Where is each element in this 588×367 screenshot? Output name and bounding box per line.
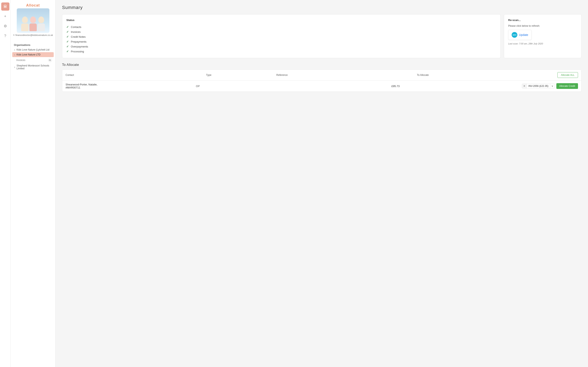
page-title: Summary [62,5,581,10]
status-label-overpayments: Overpayments [71,45,88,48]
contact-name: Shearwood-Porter, Natalie,#MAR00711 [66,83,97,89]
xero-logo: xero [512,32,517,38]
nav-section-title: Organisations [11,43,55,47]
last-scan-text: Last scan: 7:00 am, 28th July 2020 [508,42,577,45]
nav-panel: Allocat ∧ financedirector@kidslovenature… [11,0,56,367]
col-header-contact: Contact [66,74,206,76]
summary-cards: Status ✓ Contacts ✓ Invoices ✓ Credit No… [62,14,581,58]
cell-to-allocate-amount: £95.73 [391,85,522,88]
status-label-prepayments: Prepayments [71,40,86,43]
chevron-down-icon: ∨ [14,54,15,56]
invoice-tag-chevron[interactable]: ∨ [550,84,554,88]
main-content: Summary Status ✓ Contacts ✓ Invoices ✓ C… [56,0,588,367]
update-button[interactable]: xero Update [508,30,532,40]
cell-actions: ✕ INV-2056 (£22.35) ∨ Allocate Credit [522,83,578,89]
sidebar-item-label: Kids Love Nature (Lytchett Ltd [17,48,49,51]
col-header-to-allocate: To Allocate [417,74,557,76]
mascot-image [17,8,49,33]
status-item-invoices: ✓ Invoices [66,29,496,34]
sidebar-item-kids-love-nature[interactable]: ∨ Kids Love Nature LTD [12,52,54,57]
xero-logo-text: xero [512,34,516,36]
allocate-section-title: To Allocate [62,63,581,67]
status-item-processing: ✓ Processing [66,49,496,54]
user-email: ∧ financedirector@kidslovenature.co.uk [14,33,52,38]
check-icon-prepayments: ✓ [66,40,69,43]
char-head-2 [30,17,36,23]
mascot-char-3 [38,17,45,31]
table-header: Contact Type Reference To Allocate Alloc… [62,70,581,81]
type-value: OP [196,85,200,88]
sidebar-invoices-label: Invoices [16,59,25,62]
mascot-char-1 [21,17,29,31]
sidebar-item-invoices[interactable]: Invoices 01 [11,57,55,63]
char-body-1 [21,24,29,31]
mascot-char-2 [29,17,37,31]
invoices-badge: 01 [48,58,52,62]
invoice-tag-remove[interactable]: ✕ [522,84,527,88]
sidebar-item-label: Kids Love Nature LTD [17,53,40,56]
app-logo: Allocat [14,3,52,8]
status-label-credit-notes: Credit Notes [71,35,86,38]
plus-icon-item[interactable]: + [1,12,9,20]
check-icon-invoices: ✓ [66,30,69,33]
sidebar-item-lytchett[interactable]: ∧ Kids Love Nature (Lytchett Ltd [11,47,55,52]
status-label-contacts: Contacts [71,25,81,29]
help-icon: ? [4,34,6,38]
plus-icon: + [4,14,6,18]
cell-type: OP [196,85,261,88]
status-item-credit-notes: ✓ Credit Notes [66,34,496,39]
chevron-up-icon: ∧ [13,34,15,36]
allocate-credit-label: Allocate Credit [559,85,575,87]
rescan-card: Re-scan... Please click below to refresh… [504,14,581,58]
check-icon-credit-notes: ✓ [66,35,69,38]
invoice-tag-label: INV-2056 (£22.35) [527,84,550,88]
bank-icon-item[interactable]: 🏛 [1,2,9,11]
sidebar-item-label: Shepherd Montessori Schools Limited [17,64,52,70]
check-icon-contacts: ✓ [66,25,69,29]
chevron-up-icon: ∧ [14,49,15,51]
status-label-processing: Processing [71,50,84,53]
char-body-2 [29,24,37,31]
char-body-3 [38,24,45,31]
allocate-all-button[interactable]: Allocate ALL [557,72,578,78]
chevron-up-icon-shepherd: ∧ [14,66,15,68]
help-icon-item[interactable]: ? [1,32,9,40]
status-item-contacts: ✓ Contacts [66,25,496,29]
icon-bar: 🏛 + ⚙ ? [0,0,11,367]
char-head-3 [38,17,44,23]
invoice-tag: ✕ INV-2056 (£22.35) ∨ [522,83,555,89]
status-item-prepayments: ✓ Prepayments [66,39,496,44]
to-allocate-value: £95.73 [391,85,399,88]
allocate-credit-button[interactable]: Allocate Credit [556,83,578,89]
check-icon-processing: ✓ [66,50,69,53]
col-header-actions: Allocate ALL [557,72,578,78]
bank-icon: 🏛 [3,4,7,9]
settings-icon-item[interactable]: ⚙ [1,22,9,30]
status-card: Status ✓ Contacts ✓ Invoices ✓ Credit No… [62,14,501,58]
status-label-invoices: Invoices [71,30,81,33]
status-item-overpayments: ✓ Overpayments [66,44,496,49]
allocate-table: Contact Type Reference To Allocate Alloc… [62,69,581,92]
nav-section: Organisations ∧ Kids Love Nature (Lytche… [11,41,55,73]
table-row: Shearwood-Porter, Natalie,#MAR00711 OP £… [62,81,581,92]
rescan-description: Please click below to refresh: [508,25,577,27]
logo-area: Allocat ∧ financedirector@kidslovenature… [11,0,55,41]
col-header-type: Type [206,74,276,76]
update-button-label: Update [519,33,528,36]
col-header-reference: Reference [277,74,417,76]
check-icon-overpayments: ✓ [66,45,69,48]
cell-contact: Shearwood-Porter, Natalie,#MAR00711 [66,83,196,89]
rescan-card-title: Re-scan... [508,18,577,22]
sidebar-item-shepherd[interactable]: ∧ Shepherd Montessori Schools Limited [11,63,55,71]
settings-icon: ⚙ [4,24,7,28]
char-head-1 [22,17,28,23]
status-card-title: Status [66,18,496,22]
